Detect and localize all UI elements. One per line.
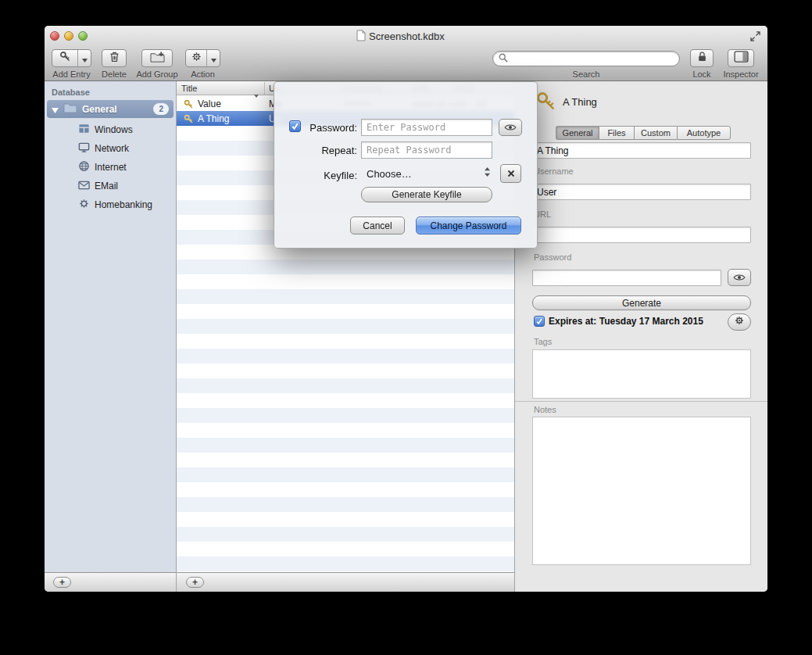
zoom-button[interactable]: [78, 31, 88, 41]
tab-files[interactable]: Files: [599, 126, 634, 140]
search-input[interactable]: [512, 52, 674, 65]
expires-label: Expires at: Tuesday 17 March 2015: [549, 316, 703, 327]
eye-icon: [504, 120, 517, 134]
inspector-button[interactable]: [728, 49, 754, 67]
generate-password-button[interactable]: Generate: [532, 295, 751, 310]
dialog-password-field[interactable]: [361, 119, 492, 136]
database-section-label: Database: [52, 88, 90, 97]
dialog-password-label: Password:: [295, 122, 357, 134]
close-x-icon: [507, 166, 515, 181]
add-group-plus-button[interactable]: +: [53, 577, 71, 588]
generate-keyfile-button[interactable]: Generate Keyfile: [361, 187, 492, 202]
dialog-repeat-input[interactable]: [362, 142, 492, 158]
change-password-button[interactable]: Change Password: [416, 217, 521, 234]
sidebar-item-email[interactable]: EMail: [45, 177, 176, 195]
inspector-tabs: General Files Custom Autotype: [556, 126, 731, 140]
gear-icon: [186, 51, 206, 66]
show-password-button[interactable]: [728, 269, 751, 286]
close-button[interactable]: [50, 31, 59, 41]
add-entry-button[interactable]: [52, 49, 91, 67]
inspector-entry-title: A Thing: [563, 96, 597, 108]
tags-label: Tags: [534, 337, 552, 346]
bottom-bar: + +: [45, 572, 514, 592]
tab-label: Files: [607, 128, 625, 138]
dialog-repeat-label: Repeat:: [295, 145, 357, 156]
sidebar-item-windows[interactable]: Windows: [45, 120, 176, 139]
stepper-icon: [484, 166, 491, 181]
disclosure-triangle-icon[interactable]: [52, 102, 59, 116]
network-icon: [78, 141, 90, 156]
expires-checkbox[interactable]: [534, 316, 545, 327]
keyfile-popup-button[interactable]: Choose…: [361, 165, 494, 182]
sidebar-item-label: Homebanking: [95, 199, 152, 210]
gear-icon: [734, 315, 745, 329]
sidebar-group-general[interactable]: General 2: [47, 100, 173, 118]
inspector-divider: [514, 401, 767, 402]
change-password-label: Change Password: [430, 220, 506, 231]
eye-icon: [733, 270, 746, 285]
sidebar-item-label: EMail: [95, 181, 118, 191]
username-field[interactable]: [532, 184, 751, 200]
sidebar-divider[interactable]: [176, 81, 177, 592]
sidebar-item-network[interactable]: Network: [45, 139, 176, 158]
title-input[interactable]: [533, 144, 750, 159]
tab-general[interactable]: General: [556, 126, 599, 140]
folder-icon: [63, 102, 77, 116]
sidebar-group-label: General: [82, 104, 117, 115]
inspector-label: Inspector: [719, 70, 763, 79]
plus-icon: +: [192, 578, 198, 586]
title-field[interactable]: [532, 142, 751, 159]
expires-settings-button[interactable]: [728, 313, 751, 331]
window-title: Screenshot.kdbx: [369, 30, 445, 42]
minimize-button[interactable]: [64, 31, 73, 41]
column-divider[interactable]: [264, 82, 265, 95]
action-button[interactable]: [185, 49, 220, 67]
trash-icon: [108, 50, 121, 66]
plus-icon: +: [59, 578, 65, 586]
cancel-label: Cancel: [363, 220, 392, 231]
lock-icon: [697, 51, 707, 66]
tab-label: Autotype: [687, 128, 721, 138]
sidebar-item-internet[interactable]: Internet: [45, 158, 176, 177]
generate-label: Generate: [622, 298, 661, 309]
keyfile-clear-button[interactable]: [500, 164, 521, 183]
notes-textarea[interactable]: [532, 417, 751, 565]
tab-custom[interactable]: Custom: [634, 126, 677, 140]
internet-icon: [78, 160, 90, 175]
column-header-title[interactable]: Title: [181, 84, 197, 93]
tags-textarea[interactable]: [532, 349, 751, 399]
key-icon: [52, 51, 77, 66]
group-count-badge: 2: [153, 103, 169, 115]
chevron-down-icon: [78, 52, 91, 66]
key-icon: [535, 90, 557, 116]
sidebar-item-label: Network: [95, 143, 129, 154]
lock-label: Lock: [684, 70, 720, 79]
search-field[interactable]: [492, 51, 680, 66]
dialog-show-password-button[interactable]: [499, 119, 522, 136]
folder-plus-icon: [149, 50, 166, 66]
sidebar-item-homebanking[interactable]: Homebanking: [45, 195, 176, 214]
password-field[interactable]: [532, 270, 721, 286]
tab-autotype[interactable]: Autotype: [677, 126, 731, 140]
add-entry-label: Add Entry: [48, 70, 95, 79]
delete-button[interactable]: [102, 49, 127, 67]
add-entry-plus-button[interactable]: +: [186, 577, 204, 588]
username-label: Username: [534, 166, 574, 176]
add-group-button[interactable]: [141, 49, 173, 67]
cancel-button[interactable]: Cancel: [350, 217, 405, 234]
url-field[interactable]: [532, 227, 751, 243]
chevron-down-icon: [207, 52, 220, 66]
windows-icon: [78, 123, 90, 138]
dialog-password-input[interactable]: [362, 120, 492, 135]
username-input[interactable]: [533, 185, 750, 200]
tab-label: Custom: [641, 128, 671, 138]
url-input[interactable]: [533, 228, 750, 243]
dialog-repeat-field[interactable]: [361, 141, 492, 159]
group-sidebar: Database General 2 Windows Network: [45, 81, 176, 572]
search-label: Search: [571, 70, 602, 79]
password-input[interactable]: [533, 271, 721, 286]
homebanking-icon: [78, 198, 90, 213]
lock-button[interactable]: [690, 49, 714, 67]
fullscreen-icon[interactable]: [750, 30, 760, 45]
sidebar-item-label: Internet: [95, 162, 127, 173]
